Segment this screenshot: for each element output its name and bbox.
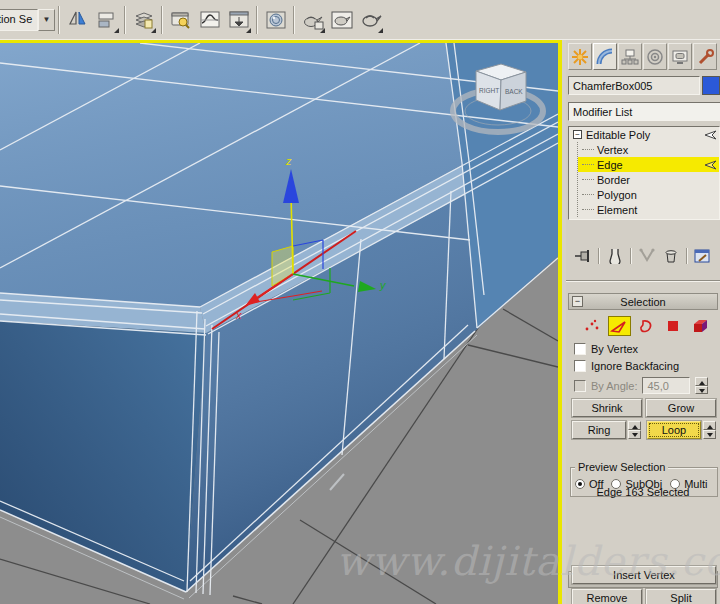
named-selection-set-value[interactable]: tion Se — [0, 9, 38, 31]
perspective-viewport[interactable]: z x y RIGHT BACK — [0, 40, 562, 604]
axis-z-label: z — [285, 155, 292, 167]
ring-button[interactable]: Ring — [572, 421, 626, 439]
toolbar-separator — [124, 6, 126, 34]
command-panel: ChamferBox005 Modifier List − Editable P… — [566, 40, 720, 604]
by-angle-value-field[interactable]: 45,0 — [642, 377, 690, 394]
render-setup-button[interactable] — [298, 5, 327, 35]
utilities-icon — [696, 48, 714, 66]
tab-modify[interactable] — [593, 43, 617, 70]
scene-explorer-button[interactable] — [166, 5, 195, 35]
stack-root-label: Editable Poly — [586, 129, 650, 141]
subobject-edge-button[interactable] — [608, 316, 631, 336]
shrink-button[interactable]: Shrink — [572, 399, 642, 417]
hierarchy-icon — [621, 48, 639, 66]
spinner-up-icon[interactable] — [703, 421, 716, 430]
separator — [598, 248, 600, 264]
mirror-button[interactable] — [63, 5, 92, 35]
subobject-element-button[interactable] — [689, 316, 712, 336]
tab-create[interactable] — [568, 43, 592, 70]
spinner-down-icon[interactable] — [703, 430, 716, 439]
ignore-backfacing-checkbox[interactable] — [574, 360, 586, 372]
spinner-down-icon[interactable] — [695, 386, 708, 395]
tree-twig — [582, 179, 594, 180]
spinner-up-icon[interactable] — [628, 421, 641, 430]
preview-selection-title: Preview Selection — [575, 461, 668, 473]
make-unique-icon — [639, 248, 655, 264]
align-button[interactable] — [92, 5, 121, 35]
toolbar-separator — [256, 6, 258, 34]
mirror-icon — [66, 8, 90, 32]
remove-modifier-button[interactable] — [660, 246, 682, 266]
viewcube-left-label: RIGHT — [479, 87, 499, 94]
by-angle-spinner[interactable] — [695, 377, 708, 394]
by-vertex-row: By Vertex — [574, 343, 638, 355]
material-editor-button[interactable] — [261, 5, 290, 35]
schematic-view-icon — [227, 8, 251, 32]
layer-manager-button[interactable] — [129, 5, 158, 35]
render-setup-icon — [301, 8, 325, 32]
remove-modifier-icon — [664, 248, 678, 264]
subobject-vertex-button[interactable] — [581, 316, 604, 336]
insert-vertex-button[interactable]: Insert Vertex — [572, 566, 716, 584]
motion-icon — [646, 48, 664, 66]
element-icon — [692, 319, 709, 334]
tab-utilities[interactable] — [693, 43, 717, 70]
remove-button[interactable]: Remove — [572, 589, 642, 604]
pin-stack-button[interactable] — [572, 246, 594, 266]
tab-display[interactable] — [668, 43, 692, 70]
configure-modifier-sets-button[interactable] — [692, 246, 714, 266]
vertex-icon — [584, 319, 600, 333]
loop-button[interactable]: Loop — [647, 421, 701, 439]
dropdown-arrow-icon[interactable]: ▼ — [38, 9, 55, 31]
subobject-buttons — [576, 316, 716, 336]
modifier-stack: − Editable Poly Vertex Edge Border — [568, 126, 720, 220]
show-end-result-button[interactable] — [604, 246, 626, 266]
command-panel-tabs — [568, 43, 720, 72]
rollout-title: Selection — [569, 296, 717, 308]
rendered-frame-button[interactable] — [327, 5, 356, 35]
tree-twig — [582, 149, 594, 150]
align-icon — [95, 8, 119, 32]
stack-row-element[interactable]: Element — [578, 202, 719, 217]
by-vertex-label: By Vertex — [591, 343, 638, 355]
panel-divider — [566, 280, 720, 282]
viewport-canvas[interactable]: z x y RIGHT BACK — [0, 43, 558, 604]
subobject-border-button[interactable] — [635, 316, 658, 336]
stack-row-vertex[interactable]: Vertex — [578, 142, 719, 157]
by-angle-checkbox[interactable] — [574, 380, 586, 392]
scene-explorer-icon — [169, 8, 193, 32]
grow-button[interactable]: Grow — [646, 399, 716, 417]
collapse-minus-icon[interactable]: − — [573, 130, 582, 139]
toolbar-separator — [293, 6, 295, 34]
named-selection-set-dropdown[interactable]: tion Se ▼ — [0, 9, 55, 31]
by-vertex-checkbox[interactable] — [574, 343, 586, 355]
tab-motion[interactable] — [643, 43, 667, 70]
curve-editor-button[interactable] — [195, 5, 224, 35]
spinner-down-icon[interactable] — [628, 430, 641, 439]
stack-item-label: Vertex — [597, 144, 628, 156]
subobject-polygon-button[interactable] — [662, 316, 685, 336]
modifier-list-dropdown[interactable]: Modifier List — [568, 102, 720, 121]
stack-row-edge[interactable]: Edge — [578, 157, 719, 172]
spinner-up-icon[interactable] — [695, 377, 708, 386]
quick-render-button[interactable] — [356, 5, 385, 35]
tab-hierarchy[interactable] — [618, 43, 642, 70]
selection-rollout-header[interactable]: − Selection — [568, 293, 718, 310]
object-name-field[interactable]: ChamferBox005 — [568, 76, 700, 95]
border-icon — [638, 319, 654, 334]
loop-spinner[interactable] — [703, 421, 716, 439]
stack-row-border[interactable]: Border — [578, 172, 719, 187]
object-color-swatch[interactable] — [702, 76, 720, 95]
split-button[interactable]: Split — [646, 589, 716, 604]
configure-modifier-sets-icon — [694, 248, 712, 264]
stack-row-polygon[interactable]: Polygon — [578, 187, 719, 202]
display-icon — [671, 48, 689, 66]
edge-icon — [610, 319, 628, 334]
make-unique-button[interactable] — [636, 246, 658, 266]
toolbar-separator — [161, 6, 163, 34]
ring-spinner[interactable] — [628, 421, 641, 439]
modify-icon — [596, 48, 614, 66]
schematic-view-button[interactable] — [224, 5, 253, 35]
stack-row-editable-poly[interactable]: − Editable Poly — [569, 127, 719, 142]
separator — [630, 248, 632, 264]
